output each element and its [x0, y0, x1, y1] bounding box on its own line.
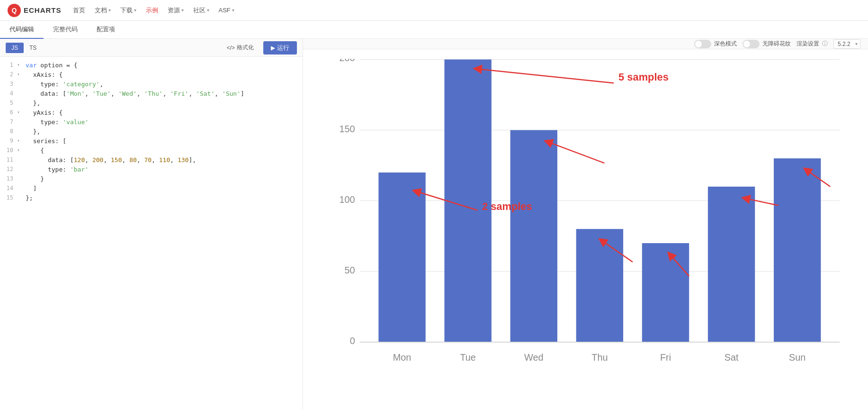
code-line: 13 }: [0, 174, 303, 184]
svg-text:5 samples: 5 samples: [618, 72, 669, 83]
fold-arrow: [17, 89, 24, 91]
line-content: type: 'value': [24, 118, 303, 127]
svg-text:Sat: Sat: [725, 353, 739, 363]
line-number: 10: [0, 146, 17, 154]
code-line: 8 },: [0, 127, 303, 136]
lang-tabs: JS TS: [6, 43, 42, 53]
nav-item-resources[interactable]: 资源 ▾: [168, 6, 184, 15]
code-line: 11 data: [120, 200, 150, 80, 70, 110, 13…: [0, 155, 303, 165]
bar-wed: [510, 130, 557, 342]
code-line: 4 data: ['Mon', 'Tue', 'Wed', 'Thu', 'Fr…: [0, 89, 303, 99]
line-number: 11: [0, 155, 17, 163]
line-content: {: [24, 146, 303, 155]
lang-tab-ts[interactable]: TS: [24, 43, 42, 53]
fold-arrow: ▾: [17, 136, 24, 143]
code-line: 7 type: 'value': [0, 118, 303, 127]
svg-line-18: [477, 69, 614, 83]
svg-text:Sun: Sun: [789, 353, 805, 363]
svg-text:200: 200: [340, 59, 355, 63]
nav-item-examples[interactable]: 示例: [146, 6, 158, 15]
code-line: 1▾var option = {: [0, 61, 303, 70]
fold-arrow: [17, 174, 24, 176]
main-layout: JS TS </> 格式化 ▶ 运行 1▾var option = {2▾ xA…: [0, 39, 868, 409]
lang-tab-js[interactable]: JS: [6, 43, 24, 53]
svg-text:150: 150: [340, 124, 355, 134]
line-content: type: 'bar': [24, 165, 303, 174]
toolbar-right: </> 格式化 ▶ 运行: [223, 41, 297, 55]
nav-item-home[interactable]: 首页: [73, 6, 85, 15]
svg-text:50: 50: [345, 265, 355, 275]
fold-arrow: [17, 155, 24, 157]
line-number: 14: [0, 184, 17, 191]
svg-text:Tue: Tue: [460, 353, 475, 363]
line-number: 2: [0, 70, 17, 78]
tab-code-edit[interactable]: 代码编辑: [0, 21, 44, 39]
run-label: 运行: [277, 44, 289, 52]
line-content: series: [: [24, 136, 303, 145]
logo: Q ECHARTS: [8, 4, 62, 17]
navbar: Q ECHARTS 首页 文档 ▾ 下载 ▾ 示例 资源 ▾ 社区 ▾ ASF …: [0, 0, 868, 21]
line-number: 7: [0, 118, 17, 125]
nav-item-community[interactable]: 社区 ▾: [193, 6, 209, 15]
bar-sat: [708, 187, 755, 342]
tab-full-code[interactable]: 完整代码: [44, 21, 87, 39]
svg-text:Mon: Mon: [393, 353, 412, 363]
line-number: 1: [0, 61, 17, 68]
fold-arrow: [17, 118, 24, 119]
nav-items: 首页 文档 ▾ 下载 ▾ 示例 资源 ▾ 社区 ▾ ASF ▾: [73, 6, 234, 15]
run-icon: ▶: [271, 45, 275, 51]
bar-mon: [378, 173, 425, 342]
format-label: 格式化: [237, 44, 254, 52]
code-line: 5 },: [0, 99, 303, 108]
line-content: data: [120, 200, 150, 80, 70, 110, 130],: [24, 155, 303, 164]
line-number: 3: [0, 80, 17, 87]
code-line: 9▾ series: [: [0, 136, 303, 146]
nav-item-download[interactable]: 下载 ▾: [120, 6, 136, 15]
nav-item-asf[interactable]: ASF ▾: [219, 7, 234, 14]
asf-arrow: ▾: [232, 8, 234, 13]
community-arrow: ▾: [207, 8, 209, 13]
code-editor[interactable]: 1▾var option = {2▾ xAxis: {3 type: 'cate…: [0, 57, 303, 409]
fold-arrow: [17, 99, 24, 100]
render-label: 渲染设置: [796, 40, 819, 48]
code-line: 14 ]: [0, 184, 303, 193]
line-content: }: [24, 174, 303, 183]
svg-text:Wed: Wed: [524, 353, 543, 363]
code-line: 10▾ {: [0, 146, 303, 155]
svg-text:Thu: Thu: [591, 353, 608, 363]
line-content: var option = {: [24, 61, 303, 70]
tab-config[interactable]: 配置项: [87, 21, 125, 39]
line-number: 15: [0, 193, 17, 201]
dark-mode-toggle[interactable]: [694, 40, 711, 48]
chart-area: 0 50 100 150 200 Mon Tue Wed Thu: [303, 49, 868, 409]
render-info-icon: ⓘ: [822, 40, 828, 48]
bar-sun: [774, 159, 821, 343]
version-selector-wrap: 5.2.2 5.2.1 5.2.0: [833, 39, 860, 49]
code-line: 15};: [0, 193, 303, 203]
code-line: 3 type: 'category',: [0, 80, 303, 89]
fold-arrow: ▾: [17, 108, 24, 115]
nav-item-docs[interactable]: 文档 ▾: [95, 6, 111, 15]
download-arrow: ▾: [134, 8, 136, 13]
line-number: 9: [0, 136, 17, 144]
run-button[interactable]: ▶ 运行: [263, 41, 297, 55]
format-button[interactable]: </> 格式化: [223, 42, 258, 54]
svg-text:0: 0: [350, 336, 355, 346]
line-content: },: [24, 127, 303, 136]
pattern-toggle[interactable]: [743, 40, 760, 48]
svg-text:2 samples: 2 samples: [482, 201, 532, 213]
render-group: 渲染设置 ⓘ: [796, 40, 828, 48]
line-content: },: [24, 99, 303, 108]
format-icon: </>: [227, 45, 235, 51]
code-line: 6▾ yAxis: {: [0, 108, 303, 118]
bar-fri: [642, 243, 689, 342]
line-number: 13: [0, 174, 17, 182]
code-line: 2▾ xAxis: {: [0, 70, 303, 80]
line-number: 4: [0, 89, 17, 97]
resources-arrow: ▾: [181, 8, 184, 13]
line-number: 5: [0, 99, 17, 106]
subtabs: 代码编辑 完整代码 配置项: [0, 21, 868, 39]
pattern-label: 无障碍花纹: [762, 40, 791, 48]
version-select[interactable]: 5.2.2 5.2.1 5.2.0: [833, 39, 860, 49]
bar-chart: 0 50 100 150 200 Mon Tue Wed Thu: [331, 59, 849, 390]
